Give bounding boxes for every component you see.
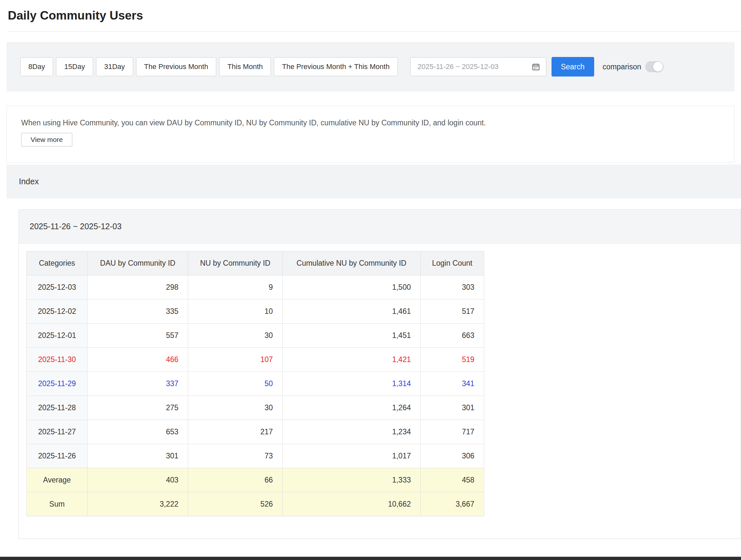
comparison-control: comparison	[603, 61, 664, 72]
table-row: 2025-11-26301731,017306	[27, 444, 484, 468]
row-value: 107	[188, 348, 283, 372]
row-value: 466	[87, 348, 188, 372]
row-value: 275	[87, 396, 188, 420]
toggle-knob	[653, 62, 663, 72]
row-value: 1,234	[283, 420, 421, 444]
search-button[interactable]: Search	[551, 57, 594, 76]
row-value: 337	[87, 372, 188, 396]
view-more-button[interactable]: View more	[21, 133, 72, 146]
column-header: Cumulative NU by Community ID	[283, 251, 421, 275]
period-button[interactable]: The Previous Month + This Month	[274, 57, 398, 76]
row-value: 301	[87, 444, 188, 468]
row-value: 1,500	[283, 275, 421, 299]
index-panel: 2025-11-26 ~ 2025-12-03 CategoriesDAU by…	[18, 209, 741, 539]
row-value: 1,451	[283, 324, 421, 348]
panel-body: CategoriesDAU by Community IDNU by Commu…	[19, 243, 741, 539]
row-value: 341	[421, 372, 484, 396]
filter-bar: 8Day15Day31DayThe Previous MonthThis Mon…	[6, 42, 735, 91]
date-range-value: 2025-11-26 ~ 2025-12-03	[418, 63, 532, 71]
row-value: 717	[421, 420, 484, 444]
calendar-icon[interactable]	[532, 63, 540, 71]
row-value: 335	[87, 299, 188, 324]
table-row: 2025-11-276532171,234717	[27, 420, 484, 444]
row-value: 526	[188, 492, 283, 516]
column-header: NU by Community ID	[188, 251, 283, 275]
period-button[interactable]: 31Day	[96, 57, 133, 76]
column-header: Categories	[27, 251, 87, 275]
period-button[interactable]: The Previous Month	[136, 57, 216, 76]
row-value: 403	[87, 468, 188, 492]
row-value: 50	[188, 372, 283, 396]
panel-date-range: 2025-11-26 ~ 2025-12-03	[29, 222, 122, 231]
row-value: 30	[188, 324, 283, 348]
row-value: 217	[188, 420, 283, 444]
row-category: 2025-12-02	[27, 299, 87, 324]
comparison-toggle[interactable]	[645, 61, 664, 72]
index-table: CategoriesDAU by Community IDNU by Commu…	[26, 251, 484, 516]
table-row: 2025-12-02335101,461517	[27, 299, 484, 324]
column-header: DAU by Community ID	[87, 251, 188, 275]
comparison-label: comparison	[603, 63, 642, 71]
row-value: 1,264	[283, 396, 421, 420]
row-value: 1,017	[283, 444, 421, 468]
column-header: Login Count	[421, 251, 484, 275]
info-description: When using Hive Community, you can view …	[21, 118, 724, 128]
row-category: Sum	[27, 492, 87, 516]
row-value: 1,421	[283, 348, 421, 372]
row-value: 517	[421, 299, 484, 324]
title-divider	[7, 31, 741, 31]
row-value: 306	[421, 444, 484, 468]
page-title: Daily Community Users	[8, 8, 741, 23]
info-box: When using Hive Community, you can view …	[6, 106, 735, 162]
date-range-input[interactable]: 2025-11-26 ~ 2025-12-03	[410, 57, 546, 76]
row-category: 2025-11-26	[27, 444, 87, 468]
row-category: 2025-11-30	[27, 348, 87, 372]
period-button-group: 8Day15Day31DayThe Previous MonthThis Mon…	[20, 57, 398, 76]
row-category: 2025-12-01	[27, 324, 87, 348]
row-category: 2025-12-03	[27, 275, 87, 299]
row-value: 298	[87, 275, 188, 299]
row-value: 519	[421, 348, 484, 372]
row-value: 653	[87, 420, 188, 444]
table-row: 2025-11-304661071,421519	[27, 348, 484, 372]
row-category: Average	[27, 468, 87, 492]
row-value: 3,667	[421, 492, 484, 516]
row-value: 303	[421, 275, 484, 299]
row-value: 30	[188, 396, 283, 420]
table-row: Average403661,333458	[27, 468, 484, 492]
period-button[interactable]: 8Day	[20, 57, 53, 76]
row-value: 10	[188, 299, 283, 324]
row-value: 66	[188, 468, 283, 492]
section-title: Index	[19, 177, 39, 186]
section-header-index: Index	[6, 164, 741, 199]
row-value: 458	[421, 468, 484, 492]
row-category: 2025-11-27	[27, 420, 87, 444]
period-button[interactable]: 15Day	[56, 57, 93, 76]
row-value: 1,461	[283, 299, 421, 324]
table-row: 2025-11-28275301,264301	[27, 396, 484, 420]
table-row: 2025-11-29337501,314341	[27, 372, 484, 396]
period-button[interactable]: This Month	[219, 57, 271, 76]
row-value: 663	[421, 324, 484, 348]
row-value: 9	[188, 275, 283, 299]
row-value: 3,222	[87, 492, 188, 516]
row-category: 2025-11-28	[27, 396, 87, 420]
row-value: 1,333	[283, 468, 421, 492]
table-row: 2025-12-01557301,451663	[27, 324, 484, 348]
row-category: 2025-11-29	[27, 372, 87, 396]
row-value: 557	[87, 324, 188, 348]
row-value: 73	[188, 444, 283, 468]
table-header: CategoriesDAU by Community IDNU by Commu…	[27, 251, 484, 275]
table-row: 2025-12-0329891,500303	[27, 275, 484, 299]
row-value: 1,314	[283, 372, 421, 396]
footer-edge	[0, 557, 741, 560]
row-value: 10,662	[283, 492, 421, 516]
panel-header: 2025-11-26 ~ 2025-12-03	[19, 210, 741, 243]
row-value: 301	[421, 396, 484, 420]
table-row: Sum3,22252610,6623,667	[27, 492, 484, 516]
